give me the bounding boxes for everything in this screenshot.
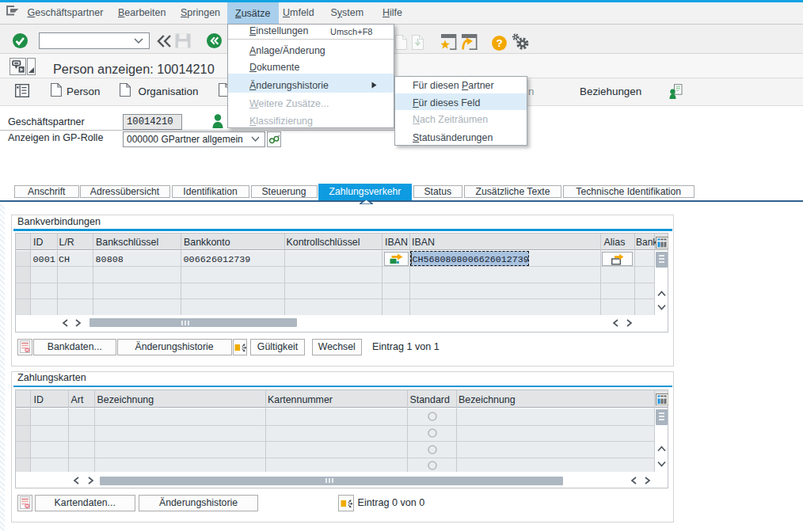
svg-text:?: ? — [496, 37, 502, 49]
